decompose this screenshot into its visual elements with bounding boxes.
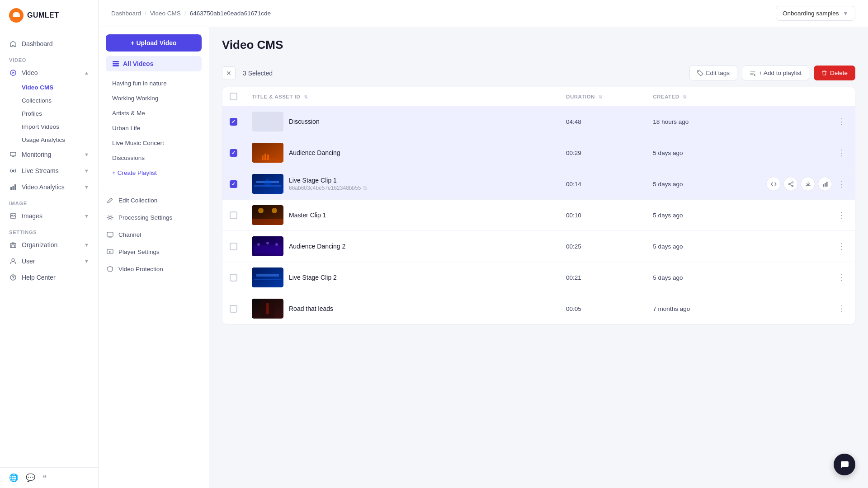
row-checkbox[interactable] (230, 118, 237, 126)
tag-icon (697, 70, 703, 76)
chat-support-button[interactable] (834, 454, 855, 475)
row-check-cell[interactable] (222, 137, 245, 169)
playlist-having-fun[interactable]: Having fun in nature (99, 76, 209, 91)
channel-action[interactable]: Channel (99, 226, 209, 243)
header-title[interactable]: TITLE & ASSET ID ⇅ (245, 87, 559, 106)
logo[interactable]: GUMLET (0, 0, 98, 31)
playlist-working[interactable]: Working Working (99, 91, 209, 106)
page-title: Video CMS (222, 38, 283, 52)
row-checkbox[interactable] (230, 243, 237, 250)
row-more-button[interactable]: ⋮ (835, 271, 848, 284)
add-to-playlist-button[interactable]: + Add to playlist (742, 66, 809, 80)
svg-rect-17 (113, 63, 119, 65)
table-row: Master Clip 1 00:10 5 days ago ⋮ (222, 200, 855, 231)
embed-button[interactable] (766, 177, 781, 191)
analytics-button[interactable] (818, 177, 832, 191)
sidebar-item-monitoring[interactable]: Monitoring ▼ (0, 146, 98, 163)
row-more-button[interactable]: ⋮ (835, 302, 848, 315)
topbar-right: Onboarding samples ▼ (776, 6, 855, 21)
playlist-urban[interactable]: Urban Life (99, 121, 209, 136)
sidebar-item-video[interactable]: Video ▲ (0, 65, 98, 81)
asset-id: 66ab603c4be57e162348bb55 ⧉ (289, 185, 367, 191)
video-title: Live Stage Clip 2 (289, 274, 337, 281)
header-duration[interactable]: DURATION ⇅ (559, 87, 646, 106)
create-playlist-label: + Create Playlist (112, 169, 157, 176)
sidebar-item-video-analytics[interactable]: Video Analytics ▼ (0, 179, 98, 195)
row-check-cell[interactable] (222, 231, 245, 262)
playlist-live-concert[interactable]: Live Music Concert (99, 136, 209, 150)
edit-tags-button[interactable]: Edit tags (689, 66, 738, 80)
svg-point-19 (109, 216, 111, 219)
sidebar-item-user[interactable]: User ▼ (0, 253, 98, 269)
sidebar-item-dashboard[interactable]: Dashboard (0, 36, 98, 52)
sidebar-item-live-streams[interactable]: Live Streams ▼ (0, 163, 98, 179)
sidebar-item-collections[interactable]: Collections (22, 94, 98, 107)
sidebar-item-images[interactable]: Images ▼ (0, 208, 98, 224)
row-actions-cell: ⋮ (759, 169, 855, 200)
breadcrumb-video-cms[interactable]: Video CMS (150, 10, 181, 17)
video-thumbnail (252, 112, 283, 131)
header-created[interactable]: CREATED ⇅ (646, 87, 759, 106)
svg-point-33 (792, 182, 793, 183)
create-playlist-button[interactable]: + Create Playlist (99, 165, 209, 180)
copy-icon[interactable]: ⧉ (363, 185, 367, 191)
org-chevron: ▼ (843, 10, 849, 17)
download-button[interactable] (801, 177, 815, 191)
row-more-button[interactable]: ⋮ (835, 240, 848, 253)
share-button[interactable] (783, 177, 798, 191)
dashboard-label: Dashboard (22, 40, 53, 47)
breadcrumb-dashboard[interactable]: Dashboard (111, 10, 141, 17)
playlist-discussions[interactable]: Discussions (99, 150, 209, 165)
chat-icon[interactable]: 💬 (26, 473, 35, 483)
edit-collection-action[interactable]: Edit Collection (99, 192, 209, 209)
row-more-button[interactable]: ⋮ (835, 115, 848, 128)
header-check[interactable] (222, 87, 245, 106)
playlist-artists[interactable]: Artists & Me (99, 106, 209, 121)
row-checkbox[interactable] (230, 180, 237, 188)
all-videos-icon (112, 60, 119, 67)
row-checkbox[interactable] (230, 274, 237, 282)
svg-marker-22 (109, 251, 111, 253)
row-check-cell[interactable] (222, 169, 245, 200)
row-actions-cell: ⋮ (759, 106, 855, 137)
sidebar-item-import-videos[interactable]: Import Videos (22, 120, 98, 133)
sidebar-item-help-center[interactable]: Help Center (0, 269, 98, 286)
help-icon (9, 273, 17, 282)
org-dropdown[interactable]: Onboarding samples ▼ (776, 6, 855, 21)
row-duration: 04:48 (559, 106, 646, 137)
row-check-cell[interactable] (222, 106, 245, 137)
clear-selection-button[interactable]: ✕ (222, 66, 236, 80)
row-title-cell: Discussion (245, 106, 559, 137)
sidebar-item-profiles[interactable]: Profiles (22, 107, 98, 120)
sidebar-item-organization[interactable]: Organization ▼ (0, 237, 98, 253)
sidebar-item-usage-analytics[interactable]: Usage Analytics (22, 133, 98, 146)
svg-rect-27 (264, 154, 266, 160)
svg-point-34 (792, 185, 793, 187)
quote-icon[interactable]: ❝ (42, 473, 47, 483)
sidebar-item-video-cms[interactable]: Video CMS (22, 81, 98, 94)
upload-video-button[interactable]: + Upload Video (106, 34, 202, 52)
left-panel-divider (99, 186, 209, 186)
duration-sort-icon: ⇅ (599, 94, 603, 99)
globe-icon[interactable]: 🌐 (9, 473, 19, 483)
svg-point-23 (698, 71, 699, 72)
video-protection-action[interactable]: Video Protection (99, 260, 209, 277)
row-check-cell[interactable] (222, 200, 245, 231)
chart-icon (9, 183, 17, 191)
video-thumbnail (252, 299, 283, 319)
row-more-button[interactable]: ⋮ (835, 146, 848, 159)
processing-settings-action[interactable]: Processing Settings (99, 209, 209, 226)
all-videos-btn[interactable]: All Videos (106, 56, 202, 71)
live-icon (9, 167, 17, 175)
row-checkbox[interactable] (230, 305, 237, 313)
row-more-button[interactable]: ⋮ (835, 209, 848, 221)
row-more-button[interactable]: ⋮ (835, 178, 848, 190)
row-checkbox[interactable] (230, 149, 237, 157)
select-all-checkbox[interactable] (230, 93, 237, 100)
row-checkbox[interactable] (230, 211, 237, 219)
delete-button[interactable]: Delete (814, 66, 855, 80)
player-settings-action[interactable]: Player Settings (99, 243, 209, 260)
row-check-cell[interactable] (222, 262, 245, 293)
row-check-cell[interactable] (222, 293, 245, 324)
left-panel: + Upload Video All Videos Having fun in … (99, 27, 209, 488)
